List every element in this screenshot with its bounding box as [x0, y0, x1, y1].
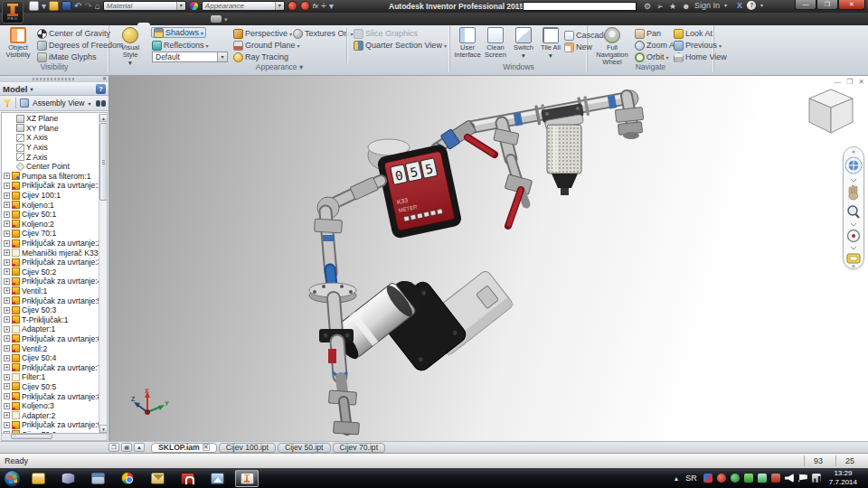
open-file-icon[interactable]	[49, 1, 59, 11]
panel-grip[interactable]: ✕	[0, 76, 108, 82]
tree-item[interactable]: + Koljeno:1	[2, 200, 99, 210]
scroll-up-icon[interactable]: ▲	[99, 114, 108, 122]
textures-button[interactable]: Textures On▾	[293, 28, 354, 39]
tree-item[interactable]: + Priključak za uvrtanje:8	[2, 391, 99, 401]
tree-item[interactable]: + Z Axis	[2, 152, 99, 162]
user-interface-button[interactable]: User Interface	[453, 27, 482, 59]
application-menu-button[interactable]: PRO	[2, 1, 24, 23]
browser-help-icon[interactable]: ?	[96, 84, 106, 94]
taskbar-calculator-button[interactable]	[86, 470, 109, 487]
qat-customize-icon[interactable]: ▾	[329, 1, 334, 11]
scrollbar-thumb[interactable]	[99, 123, 108, 201]
tree-item[interactable]: + Center Point	[2, 162, 99, 172]
center-of-gravity-button[interactable]: Center of Gravity	[37, 28, 110, 39]
expand-icon[interactable]: +	[4, 403, 10, 409]
help-chevron-icon[interactable]: ▾	[760, 2, 769, 10]
tray-chat-icon[interactable]	[758, 474, 767, 483]
taskbar-adobe-button[interactable]	[175, 470, 199, 487]
redo-icon[interactable]: ↷	[84, 1, 91, 11]
find-icon[interactable]	[96, 100, 106, 107]
filter-icon[interactable]	[3, 99, 12, 108]
expand-icon[interactable]: +	[4, 374, 10, 380]
taskbar-clock[interactable]: 13:29 7.7.2014	[826, 469, 864, 487]
add-icon[interactable]: +	[321, 1, 326, 11]
tree-item[interactable]: + Priključak za uvrtanje:7	[2, 362, 99, 372]
perspective-button[interactable]: Perspective▾	[233, 28, 292, 39]
scrollbar-thumb[interactable]	[11, 434, 52, 439]
ray-tracing-button[interactable]: Ray Tracing	[233, 52, 288, 62]
document-tab[interactable]: Cijev 100.ipt✕	[219, 443, 276, 453]
volume-icon[interactable]	[785, 474, 794, 483]
taskbar-explorer-button[interactable]	[26, 470, 50, 487]
panel-label[interactable]: Appearance ▾	[109, 62, 449, 71]
expand-icon[interactable]: +	[4, 326, 10, 333]
arrange-windows-icon[interactable]: ❐	[108, 443, 119, 452]
expand-icon[interactable]: +	[4, 364, 10, 371]
expand-icon[interactable]: +	[4, 249, 10, 256]
object-visibility-button[interactable]: Object Visibility	[3, 27, 33, 59]
expand-icon[interactable]: +	[4, 431, 10, 433]
hidden-icons-arrow[interactable]: ▲	[673, 475, 679, 482]
star-icon[interactable]: ★	[669, 2, 677, 10]
shadows-button[interactable]: Shadows▾	[151, 27, 206, 38]
tree-item[interactable]: + Cijev 50:4	[2, 353, 99, 363]
expand-icon[interactable]: +	[4, 316, 10, 323]
previous-view-button[interactable]: Previous▾	[674, 40, 722, 51]
expand-icon[interactable]: +	[4, 230, 10, 237]
panel-label[interactable]: Navigate	[588, 62, 713, 71]
taskbar-chrome-button[interactable]	[116, 470, 139, 487]
tray-app-icon[interactable]	[703, 474, 712, 483]
tree-horizontal-scrollbar[interactable]	[1, 434, 108, 441]
restore-button[interactable]: ❐	[816, 0, 838, 10]
sign-in-button[interactable]: Sign In	[694, 1, 720, 10]
help-icon[interactable]: ?	[747, 1, 756, 10]
expand-icon[interactable]: +	[4, 221, 10, 227]
ground-plane-button[interactable]: Ground Plane▾	[233, 40, 300, 51]
doc-close-icon[interactable]: ✕	[858, 78, 864, 86]
expand-icon[interactable]: +	[4, 202, 10, 208]
taskbar-mail-button[interactable]	[146, 470, 169, 487]
switch-windows-button[interactable]: Switch▾	[510, 27, 537, 60]
expand-icon[interactable]: +	[4, 259, 10, 266]
material-dropdown[interactable]: Material▾	[103, 1, 186, 11]
expand-icon[interactable]: +	[4, 393, 10, 399]
quarter-section-button[interactable]: Quarter Section View▾	[354, 40, 447, 51]
tree-item[interactable]: + Priključak za uvrtanje:6	[2, 334, 99, 344]
new-file-icon[interactable]	[29, 1, 39, 11]
panel-label[interactable]: Windows	[450, 62, 587, 71]
capture-icon[interactable]	[211, 15, 222, 23]
view-cube[interactable]	[805, 87, 857, 141]
taskbar-photos-button[interactable]	[205, 470, 229, 487]
orbit-icon[interactable]	[848, 230, 860, 242]
capture-chevron-icon[interactable]: ▾	[224, 16, 228, 23]
parameters-icon[interactable]: fx	[313, 1, 318, 11]
orbit-button[interactable]: Orbit▾	[635, 52, 669, 62]
tree-item[interactable]: + Priključak za uvrtanje:4	[2, 277, 99, 286]
tree-item[interactable]: + T-Priključak:1	[2, 314, 99, 324]
expand-icon[interactable]: +	[4, 287, 10, 294]
tree-item[interactable]: + Cijev 70:1	[2, 229, 99, 239]
close-button[interactable]: ✕	[838, 0, 865, 10]
scroll-down-icon[interactable]: ▼	[99, 425, 108, 433]
tree-vertical-scrollbar[interactable]: ▲ ▼	[99, 114, 107, 433]
tree-item[interactable]: + Mehanički mjerač K33:1	[2, 248, 99, 258]
tab-close-icon[interactable]: ✕	[203, 444, 210, 451]
tree-item[interactable]: + Cijev 50:2	[2, 267, 99, 277]
document-tab[interactable]: Cijev 50.ipt✕	[278, 443, 331, 453]
doc-minimize-icon[interactable]: —	[834, 78, 841, 86]
language-indicator[interactable]: SR	[684, 474, 699, 483]
tree-item[interactable]: + Cijev 50:5	[2, 382, 99, 392]
chevron-down-icon[interactable]	[851, 179, 856, 182]
tree-item[interactable]: + X Axis	[2, 133, 99, 143]
tree-item[interactable]: + Priključak za uvrtanje:5	[2, 296, 99, 305]
tree-item[interactable]: + Ventil:2	[2, 343, 99, 353]
chevron-down-icon[interactable]	[851, 247, 856, 249]
3d-viewport[interactable]: 0 5 5 K33 METER	[109, 76, 868, 441]
search-arrow-icon[interactable]: ▸	[515, 3, 519, 10]
tree-item[interactable]: + Priključak za uvrtanje:1	[2, 181, 99, 191]
clear-adjust-icon[interactable]	[300, 1, 310, 11]
key-icon[interactable]: ⚙	[644, 2, 652, 10]
tray-adobe-icon[interactable]	[717, 474, 726, 483]
undo-icon[interactable]: ↶	[74, 1, 81, 11]
visual-style-button[interactable]: Visual Style▾	[115, 27, 146, 67]
